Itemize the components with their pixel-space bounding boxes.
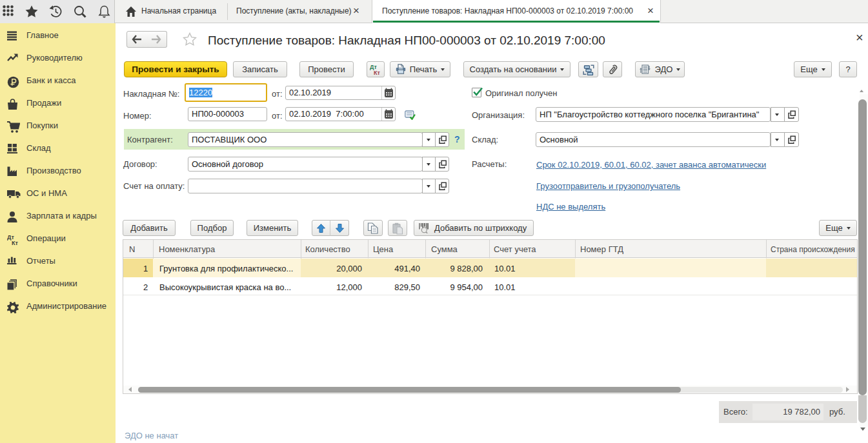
svg-text:Кт: Кт	[374, 70, 380, 75]
svg-text:Кт: Кт	[12, 240, 18, 246]
